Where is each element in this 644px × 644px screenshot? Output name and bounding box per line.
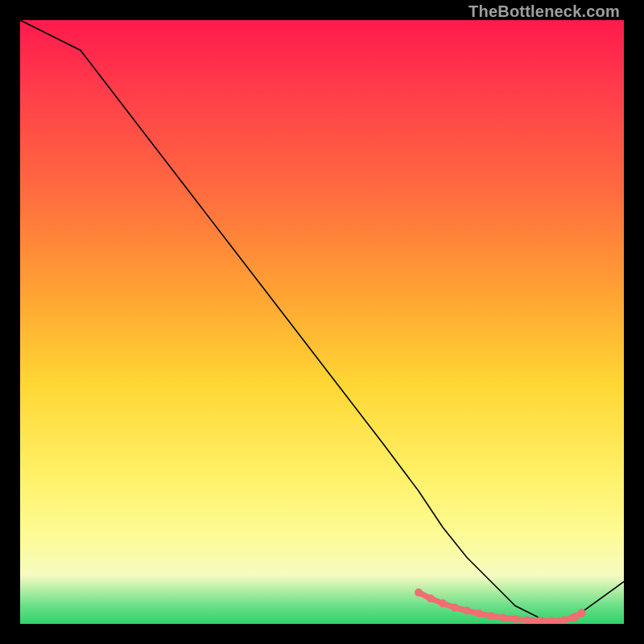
bottleneck-curve-line <box>20 20 624 621</box>
emphasis-dot-tail <box>568 614 576 622</box>
emphasis-dot <box>463 607 471 615</box>
emphasis-dot <box>475 609 483 617</box>
emphasis-dot <box>439 600 447 608</box>
emphasis-dot <box>415 588 423 597</box>
emphasis-dot <box>451 604 459 612</box>
chart-frame: TheBottleneck.com <box>0 0 644 644</box>
plot-area <box>20 20 624 624</box>
emphasis-dot <box>427 595 435 603</box>
attribution-label: TheBottleneck.com <box>469 2 620 21</box>
chart-svg-layer <box>20 20 624 624</box>
emphasis-dots-group <box>415 588 586 624</box>
emphasis-dot <box>547 617 555 624</box>
emphasis-dot-tail <box>578 609 586 617</box>
emphasis-dot <box>487 612 495 620</box>
emphasis-dot <box>511 615 519 623</box>
emphasis-dot <box>499 614 507 622</box>
